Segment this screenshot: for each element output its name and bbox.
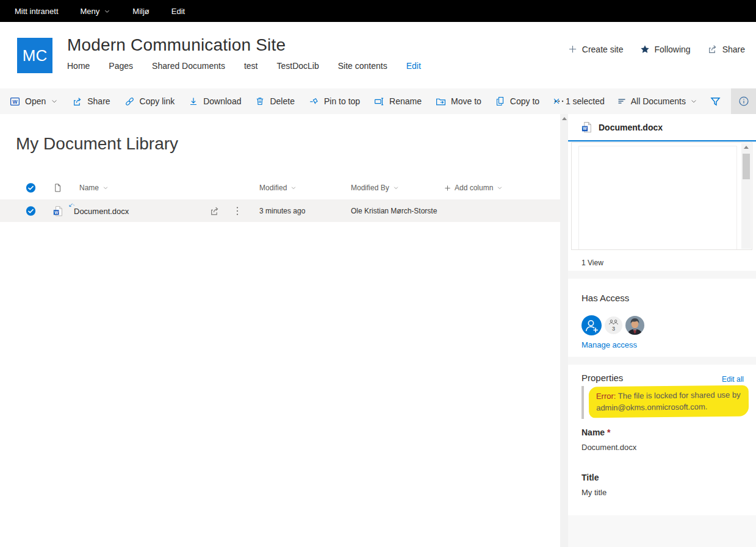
- facepile: 3: [581, 315, 644, 335]
- view-selector[interactable]: All Documents: [617, 96, 697, 106]
- following-button[interactable]: Following: [640, 44, 691, 54]
- file-type-column-icon[interactable]: [53, 183, 62, 193]
- nav-edit[interactable]: Edit: [406, 61, 421, 71]
- svg-text:W: W: [583, 126, 587, 130]
- column-header-modified-by[interactable]: Modified By: [351, 184, 399, 192]
- column-header-name[interactable]: Name: [79, 184, 109, 192]
- svg-text:W: W: [54, 210, 58, 214]
- group-avatar[interactable]: 3: [605, 316, 622, 334]
- share-site-button[interactable]: Share: [707, 44, 745, 54]
- add-column-button[interactable]: Add column: [444, 184, 503, 192]
- row-modified-by: Ole Kristian Mørch-Storste: [351, 207, 437, 215]
- error-left-bar: [581, 386, 584, 419]
- share-button[interactable]: Share: [72, 96, 110, 107]
- sharepoint-page: Mitt intranett Meny Miljø Edit MC Modern…: [0, 0, 756, 547]
- info-panel-button[interactable]: [731, 88, 756, 114]
- edit-all-link[interactable]: Edit all: [722, 375, 744, 384]
- delete-button[interactable]: Delete: [255, 96, 294, 106]
- pin-to-top-button[interactable]: Pin to top: [309, 96, 360, 107]
- select-all-checkbox[interactable]: [26, 183, 36, 193]
- table-row[interactable]: W Document.docx 3 minutes ago Ole Kristi…: [0, 199, 560, 222]
- suite-item-edit[interactable]: Edit: [171, 7, 185, 16]
- nav-test[interactable]: test: [244, 61, 258, 71]
- nav-site-contents[interactable]: Site contents: [338, 61, 387, 71]
- filter-icon: [710, 96, 721, 107]
- chevron-down-icon: [690, 98, 697, 105]
- nav-testdoclib[interactable]: TestDocLib: [276, 61, 319, 71]
- scroll-up-arrow[interactable]: [744, 146, 749, 149]
- document-preview[interactable]: [571, 142, 752, 250]
- suite-bar: Mitt intranett Meny Miljø Edit: [0, 0, 756, 22]
- preview-page: [578, 146, 737, 249]
- delete-icon: [255, 96, 265, 106]
- header-actions: Create site Following Share: [568, 44, 745, 54]
- plus-icon: [444, 185, 451, 191]
- nav-shared-documents[interactable]: Shared Documents: [152, 61, 225, 71]
- site-nav: Home Pages Shared Documents test TestDoc…: [67, 61, 421, 71]
- photo-avatar[interactable]: [625, 316, 644, 335]
- star-filled-icon: [640, 45, 650, 54]
- row-checkbox[interactable]: [26, 206, 36, 216]
- view-list-icon: [617, 96, 627, 106]
- file-icon: [53, 183, 62, 193]
- list-header-row: Name Modified Modified By Add column: [0, 177, 560, 199]
- move-to-icon: [436, 96, 446, 107]
- scrollbar-thumb[interactable]: [743, 154, 750, 179]
- rename-button[interactable]: Rename: [374, 96, 422, 107]
- command-bar: W Open Share Copy link Download Delete: [0, 88, 756, 114]
- document-library-main: My Document Library Name Modified Modifi…: [0, 114, 560, 547]
- chevron-down-icon: [497, 185, 503, 191]
- manage-access-link[interactable]: Manage access: [581, 340, 637, 349]
- copy-link-button[interactable]: Copy link: [124, 96, 175, 107]
- site-header: MC Modern Communication Site Home Pages …: [0, 22, 756, 88]
- group-count: 3: [612, 326, 615, 332]
- views-count: 1 View: [581, 259, 603, 267]
- page-scrollbar[interactable]: [560, 114, 568, 547]
- column-header-modified[interactable]: Modified: [259, 184, 297, 192]
- field-label-name: Name *: [581, 427, 610, 437]
- row-share-icon[interactable]: [209, 206, 220, 216]
- filter-button[interactable]: [710, 96, 721, 107]
- panel-bottom-area: [568, 515, 756, 547]
- field-label-title: Title: [581, 473, 599, 482]
- suite-item-miljo[interactable]: Miljø: [132, 7, 149, 16]
- word-file-icon: W: [581, 121, 592, 133]
- command-bar-right: 1 selected All Documents: [552, 88, 756, 114]
- properties-heading: Properties: [581, 373, 623, 383]
- preview-scrollbar[interactable]: [741, 143, 751, 249]
- chevron-down-icon: [104, 8, 110, 15]
- chevron-down-icon: [290, 185, 297, 191]
- properties-error: Error: The file is locked for shared use…: [581, 386, 749, 417]
- open-button[interactable]: W Open: [10, 96, 58, 107]
- download-button[interactable]: Download: [189, 96, 241, 106]
- suite-item-mitt-intranett[interactable]: Mitt intranett: [15, 7, 59, 16]
- nav-home[interactable]: Home: [67, 61, 90, 71]
- error-message-highlighted: Error: The file is locked for shared use…: [589, 385, 749, 418]
- clear-selection-button[interactable]: 1 selected: [552, 96, 605, 106]
- copy-to-button[interactable]: Copy to: [495, 96, 539, 106]
- field-value-title[interactable]: My title: [581, 488, 607, 497]
- panel-file-header: W Document.docx: [581, 121, 663, 133]
- plus-icon: [568, 45, 577, 54]
- chevron-down-icon: [393, 185, 399, 191]
- move-to-button[interactable]: Move to: [436, 96, 481, 107]
- error-text: The file is locked for shared use by adm…: [596, 390, 741, 412]
- required-asterisk: *: [607, 427, 610, 437]
- rename-icon: [374, 96, 384, 107]
- grant-access-avatar[interactable]: [581, 315, 602, 335]
- row-more-icon[interactable]: [236, 206, 239, 216]
- share-icon: [707, 44, 718, 54]
- field-value-name[interactable]: Document.docx: [581, 443, 636, 452]
- copy-to-icon: [495, 96, 505, 106]
- create-site-button[interactable]: Create site: [568, 44, 624, 54]
- info-icon: [738, 96, 749, 107]
- panel-file-title: Document.docx: [599, 123, 663, 132]
- svg-text:W: W: [12, 98, 18, 104]
- nav-pages[interactable]: Pages: [109, 61, 133, 71]
- site-logo[interactable]: MC: [17, 38, 52, 73]
- file-name-link[interactable]: Document.docx: [74, 206, 129, 215]
- chevron-down-icon: [51, 98, 58, 105]
- suite-item-meny[interactable]: Meny: [81, 7, 111, 16]
- download-icon: [189, 96, 198, 106]
- scroll-up-arrow[interactable]: [562, 117, 567, 120]
